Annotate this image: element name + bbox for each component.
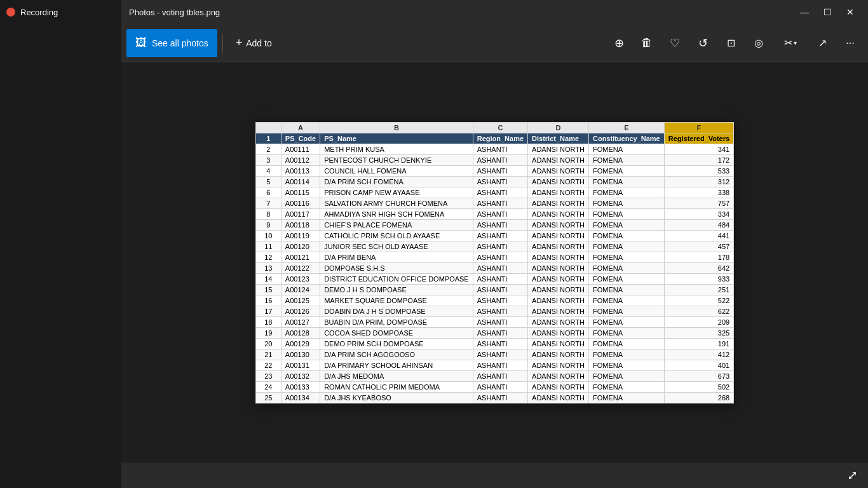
region-name-cell: ASHANTI [473,338,527,349]
registered-voters-cell: 622 [664,306,733,316]
ps-name-cell: DEMO PRIM SCH DOMPOASE [320,338,473,349]
ps-name-cell: CATHOLIC PRIM SCH OLD AYAASE [320,230,473,241]
district-name-cell: ADANSI NORTH [528,165,589,176]
table-row: 12A00121D/A PRIM BENAASHANTIADANSI NORTH… [255,252,733,262]
data-header-row: 1 PS_Code PS_Name Region_Name District_N… [255,133,733,144]
table-row: 5A00114D/A PRIM SCH FOMENAASHANTIADANSI … [255,176,733,187]
maximize-button[interactable]: ☐ [817,3,837,21]
table-row: 9A00118CHIEF'S PALACE FOMENAASHANTIADANS… [255,219,733,230]
row-num-cell: 19 [255,327,281,338]
ps-code-cell: A00124 [281,284,320,295]
region-name-cell: ASHANTI [473,252,527,262]
zoom-button[interactable]: ⊕ [606,30,632,56]
delete-button[interactable]: 🗑 [634,30,660,56]
table-row: 7A00116SALVATION ARMY CHURCH FOMENAASHAN… [255,198,733,208]
adjust-button[interactable]: ✂ ▾ [774,30,807,56]
share-icon: ↗ [818,37,827,49]
header-constituency-name: Constituency_Name [588,133,664,144]
table-row: 17A00126DOABIN D/A J H S DOMPOASEASHANTI… [255,306,733,316]
table-row: 10A00119CATHOLIC PRIM SCH OLD AYAASEASHA… [255,230,733,241]
delete-icon: 🗑 [641,36,653,50]
see-all-photos-button[interactable]: 🖼 See all photos [126,29,217,57]
ps-code-cell: A00129 [281,338,320,349]
constituency-name-cell: FOMENA [588,165,664,176]
photo-icon: 🖼 [135,36,147,50]
region-name-cell: ASHANTI [473,284,527,295]
ps-name-cell: ROMAN CATHOLIC PRIM MEDOMA [320,381,473,392]
constituency-name-cell: FOMENA [588,154,664,165]
row-num-cell: 8 [255,208,281,219]
district-name-cell: ADANSI NORTH [528,176,589,187]
share-button[interactable]: ↗ [810,30,835,56]
row-num-cell: 13 [255,262,281,273]
constituency-name-cell: FOMENA [588,306,664,316]
row-1-num: 1 [255,133,281,144]
registered-voters-cell: 312 [664,176,733,187]
registered-voters-cell: 341 [664,144,733,154]
registered-voters-cell: 251 [664,284,733,295]
constituency-name-cell: FOMENA [588,381,664,392]
more-button[interactable]: ··· [837,30,863,56]
row-num-cell: 12 [255,252,281,262]
adjust-icon: ✂ [784,37,792,49]
constituency-name-cell: FOMENA [588,349,664,360]
crop-button[interactable]: ⊡ [718,30,743,56]
registered-voters-cell: 642 [664,262,733,273]
ps-code-cell: A00118 [281,219,320,230]
row-num-cell: 20 [255,338,281,349]
ps-code-cell: A00119 [281,230,320,241]
region-name-cell: ASHANTI [473,208,527,219]
registered-voters-cell: 178 [664,252,733,262]
registered-voters-cell: 457 [664,241,733,252]
district-name-cell: ADANSI NORTH [528,241,589,252]
region-name-cell: ASHANTI [473,230,527,241]
photos-window: Photos - voting tbles.png — ☐ ✕ 🖼 See al… [121,0,868,488]
see-all-photos-label: See all photos [152,38,208,48]
col-e-header: E [588,122,664,133]
registered-voters-cell: 933 [664,273,733,284]
district-name-cell: ADANSI NORTH [528,360,589,370]
more-icon: ··· [846,37,854,49]
district-name-cell: ADANSI NORTH [528,316,589,327]
toolbar: 🖼 See all photos + Add to ⊕ 🗑 ♡ ↺ ⊡ [121,24,868,62]
constituency-name-cell: FOMENA [588,392,664,403]
row-num-cell: 21 [255,349,281,360]
row-num-cell: 15 [255,284,281,295]
district-name-cell: ADANSI NORTH [528,306,589,316]
table-row: 16A00125MARKET SQUARE DOMPOASEASHANTIADA… [255,295,733,306]
constituency-name-cell: FOMENA [588,262,664,273]
constituency-name-cell: FOMENA [588,295,664,306]
registered-voters-cell: 484 [664,219,733,230]
registered-voters-cell: 172 [664,154,733,165]
add-to-button[interactable]: + Add to [228,29,280,57]
col-d-header: D [528,122,589,133]
heart-button[interactable]: ♡ [662,30,688,56]
minimize-button[interactable]: — [794,3,815,21]
spreadsheet-table: A B C D E F 1 PS_Code PS_Name Region_Nam… [255,122,734,403]
expand-button[interactable]: ⤢ [847,468,858,483]
ps-code-cell: A00116 [281,198,320,208]
table-row: 11A00120JUNIOR SEC SCH OLD AYAASEASHANTI… [255,241,733,252]
table-row: 21A00130D/A PRIM SCH AGOGOOSOASHANTIADAN… [255,349,733,360]
window-controls: — ☐ ✕ [794,3,860,21]
district-name-cell: ADANSI NORTH [528,230,589,241]
ps-code-cell: A00113 [281,165,320,176]
row-num-cell: 9 [255,219,281,230]
table-row: 14A00123DISTRICT EDUCATION OFFICE DOMPOA… [255,273,733,284]
toolbar-right: ⊕ 🗑 ♡ ↺ ⊡ ◎ ✂ ▾ ↗ [606,30,863,56]
rotate-button[interactable]: ↺ [690,30,715,56]
row-num-cell: 7 [255,198,281,208]
registered-voters-cell: 191 [664,338,733,349]
region-name-cell: ASHANTI [473,154,527,165]
ps-code-cell: A00126 [281,306,320,316]
ps-name-cell: CHIEF'S PALACE FOMENA [320,219,473,230]
close-button[interactable]: ✕ [840,3,860,21]
row-num-cell: 6 [255,187,281,198]
region-name-cell: ASHANTI [473,241,527,252]
face-detect-button[interactable]: ◎ [746,30,771,56]
region-name-cell: ASHANTI [473,262,527,273]
district-name-cell: ADANSI NORTH [528,198,589,208]
constituency-name-cell: FOMENA [588,273,664,284]
region-name-cell: ASHANTI [473,176,527,187]
ps-code-cell: A00112 [281,154,320,165]
